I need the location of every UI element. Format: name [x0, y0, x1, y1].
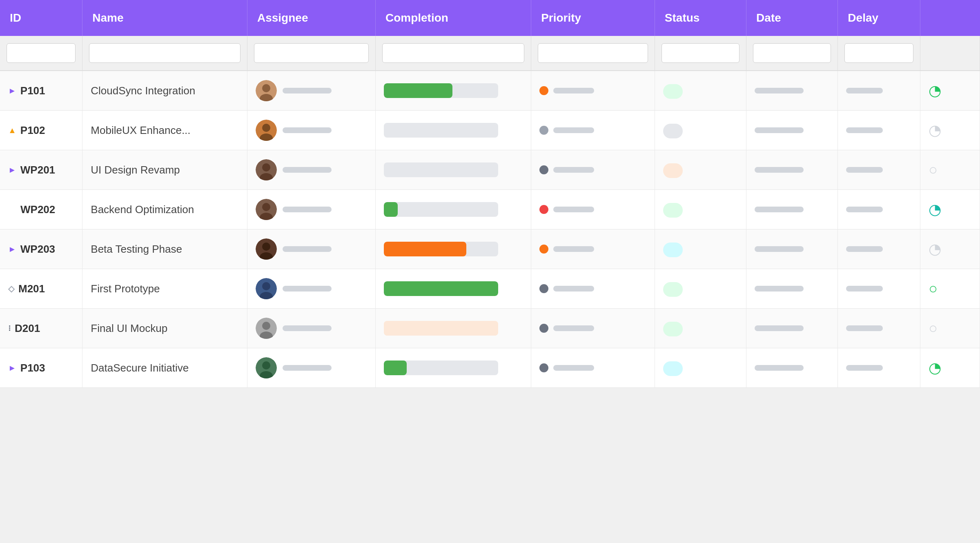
delay-cell [838, 190, 920, 229]
completion-bar-bg [384, 83, 498, 98]
priority-dot [539, 324, 548, 333]
col-header-date[interactable]: Date [746, 0, 838, 36]
action-icon[interactable]: ◔ [929, 122, 941, 138]
name-cell: Backend Optimization [82, 190, 247, 229]
filter-row [0, 36, 980, 71]
row-id: D201 [15, 322, 40, 335]
completion-cell [375, 111, 531, 150]
assignee-cell [247, 71, 375, 111]
action-icon[interactable]: ◔ [929, 201, 941, 218]
col-header-status[interactable]: Status [655, 0, 746, 36]
action-cell[interactable]: ○ [920, 269, 980, 309]
priority-dot [539, 205, 548, 214]
row-name: CloudSync Integration [91, 85, 195, 97]
row-id: P103 [20, 362, 45, 374]
row-name: DataSecure Initiative [91, 362, 189, 374]
col-header-completion[interactable]: Completion [375, 0, 531, 36]
status-badge [663, 163, 683, 178]
status-cell [655, 111, 746, 150]
filter-date[interactable] [753, 43, 831, 63]
avatar [256, 80, 277, 101]
expand-icon: ► [8, 363, 16, 373]
action-cell[interactable]: ◔ [920, 229, 980, 269]
action-icon[interactable]: ◔ [929, 240, 941, 257]
id-cell-P101[interactable]: ► P101 [0, 71, 82, 111]
col-header-delay[interactable]: Delay [838, 0, 920, 36]
id-cell-WP203[interactable]: ► WP203 [0, 229, 82, 269]
date-bar [755, 207, 804, 212]
col-header-priority[interactable]: Priority [531, 0, 655, 36]
priority-label-bar [553, 207, 594, 212]
filter-name[interactable] [89, 43, 241, 63]
action-cell[interactable]: ◔ [920, 190, 980, 229]
status-cell [655, 71, 746, 111]
date-cell [746, 71, 838, 111]
id-cell-WP202[interactable]: WP202 [0, 190, 82, 229]
completion-cell [375, 150, 531, 190]
delay-bar [846, 167, 883, 173]
filter-completion[interactable] [382, 43, 524, 63]
main-table-wrapper: ID Name Assignee Completion Priority Sta… [0, 0, 980, 388]
action-icon[interactable]: ◔ [929, 82, 941, 99]
filter-priority[interactable] [538, 43, 648, 63]
date-bar [755, 325, 804, 331]
svg-point-1 [262, 84, 270, 92]
delay-cell [838, 111, 920, 150]
delay-bar [846, 127, 883, 133]
action-cell[interactable]: ○ [920, 309, 980, 348]
status-badge [663, 282, 683, 297]
delay-cell [838, 309, 920, 348]
name-cell: DataSecure Initiative [82, 348, 247, 388]
milestone-icon: ◇ [8, 284, 14, 294]
date-cell [746, 190, 838, 229]
action-cell[interactable]: ○ [920, 150, 980, 190]
id-cell-D201[interactable]: ⁝ D201 [0, 309, 82, 348]
delay-bar [846, 207, 883, 212]
col-header-id[interactable]: ID [0, 0, 82, 36]
delay-cell [838, 348, 920, 388]
filter-status[interactable] [662, 43, 739, 63]
col-header-name[interactable]: Name [82, 0, 247, 36]
expand-icon: ► [8, 245, 16, 254]
date-cell [746, 229, 838, 269]
row-name: UI Design Revamp [91, 164, 180, 176]
assignee-cell [247, 190, 375, 229]
priority-cell [531, 190, 655, 229]
filter-assignee[interactable] [254, 43, 369, 63]
table-row: ► WP201 UI Design Revamp [0, 150, 980, 190]
avatar [256, 120, 277, 141]
filter-id[interactable] [7, 43, 76, 63]
col-header-assignee[interactable]: Assignee [247, 0, 375, 36]
row-name: Beta Testing Phase [91, 243, 182, 255]
assignee-cell [247, 229, 375, 269]
assignee-name-bar [283, 88, 332, 93]
expand-icon: ► [8, 165, 16, 175]
status-cell [655, 229, 746, 269]
completion-bar-bg [384, 281, 498, 296]
id-cell-M201[interactable]: ◇ M201 [0, 269, 82, 309]
action-icon[interactable]: ○ [929, 161, 938, 178]
date-bar [755, 286, 804, 292]
svg-point-16 [262, 282, 270, 290]
id-cell-WP201[interactable]: ► WP201 [0, 150, 82, 190]
id-cell-P103[interactable]: ► P103 [0, 348, 82, 388]
filter-delay[interactable] [844, 43, 913, 63]
action-cell[interactable]: ◔ [920, 71, 980, 111]
action-cell[interactable]: ◔ [920, 111, 980, 150]
status-cell [655, 150, 746, 190]
delay-bar [846, 88, 883, 93]
action-cell[interactable]: ◔ [920, 348, 980, 388]
date-bar [755, 365, 804, 371]
action-icon[interactable]: ◔ [929, 359, 941, 376]
action-icon[interactable]: ○ [929, 280, 938, 297]
name-cell: Final UI Mockup [82, 309, 247, 348]
avatar [256, 199, 277, 220]
assignee-name-bar [283, 127, 332, 133]
delay-cell [838, 71, 920, 111]
id-cell-P102[interactable]: ▲ P102 [0, 111, 82, 150]
priority-dot [539, 126, 548, 135]
delay-bar [846, 325, 883, 331]
action-icon[interactable]: ○ [929, 320, 938, 336]
table-row: ► WP203 Beta Testing Phase [0, 229, 980, 269]
completion-bar-bg [384, 202, 498, 217]
